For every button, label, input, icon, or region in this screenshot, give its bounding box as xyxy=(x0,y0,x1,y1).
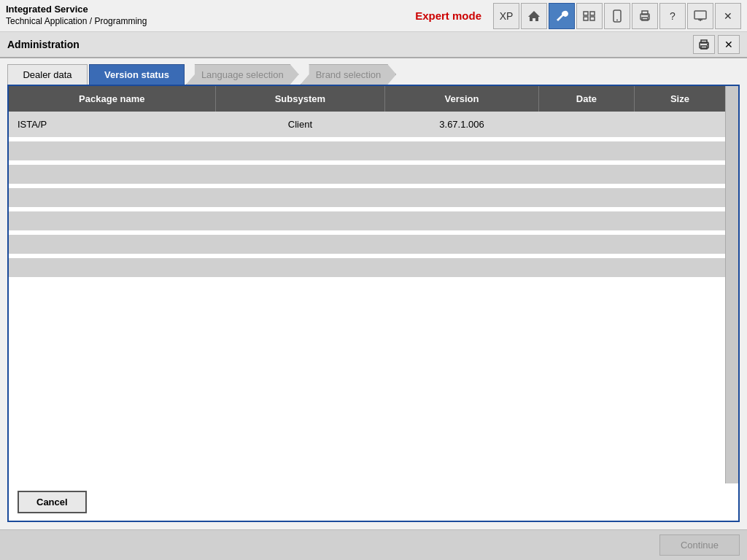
toolbar-btn-help[interactable]: ? xyxy=(659,3,686,29)
cell-size-5 xyxy=(634,233,725,256)
cell-subsystem-4 xyxy=(215,209,385,233)
col-date: Date xyxy=(538,86,634,112)
cell-subsystem-5 xyxy=(215,233,385,256)
table-row xyxy=(9,256,725,279)
col-package-name: Package name xyxy=(9,86,215,112)
cell-size-6 xyxy=(634,256,725,279)
cell-subsystem-3 xyxy=(215,186,385,209)
cell-date-2 xyxy=(538,163,634,186)
table-row xyxy=(9,163,725,186)
cell-package-name-2 xyxy=(9,163,215,186)
cell-size-1 xyxy=(634,139,725,163)
admin-print-btn[interactable] xyxy=(693,35,715,54)
col-version: Version xyxy=(385,86,539,112)
expert-mode-label: Expert mode xyxy=(415,9,481,22)
cell-date-1 xyxy=(538,139,634,163)
app-title-line2: Technical Application / Programming xyxy=(6,16,415,28)
cell-date-3 xyxy=(538,186,634,209)
svg-rect-11 xyxy=(694,11,706,19)
toolbar-btn-close[interactable]: ✕ xyxy=(715,3,741,29)
table-row: ISTA/P Client 3.67.1.006 xyxy=(9,112,725,139)
continue-button[interactable]: Continue xyxy=(659,534,740,556)
col-size: Size xyxy=(634,86,725,112)
tab-version-status[interactable]: Version status xyxy=(89,64,185,85)
table-row xyxy=(9,233,725,256)
svg-rect-8 xyxy=(642,11,648,15)
cell-package-name-0: ISTA/P xyxy=(9,112,215,139)
tabs: Dealer data Version status Language sele… xyxy=(0,58,747,85)
admin-label: Administration xyxy=(7,39,80,50)
cancel-button[interactable]: Cancel xyxy=(18,491,87,513)
version-table: Package name Subsystem Version Date Size… xyxy=(9,86,725,281)
toolbar: XP ? ✕ xyxy=(493,3,741,29)
title-text: Integrated Service Technical Application… xyxy=(6,4,415,27)
toolbar-btn-grid[interactable] xyxy=(576,3,603,29)
svg-rect-1 xyxy=(584,12,588,15)
cell-version-1 xyxy=(385,139,539,163)
svg-rect-15 xyxy=(701,40,707,43)
svg-rect-9 xyxy=(642,18,648,20)
cell-subsystem-2 xyxy=(215,163,385,186)
title-bar: Integrated Service Technical Application… xyxy=(0,0,747,32)
table-row xyxy=(9,186,725,209)
cell-package-name-6 xyxy=(9,256,215,279)
app-title-line1: Integrated Service xyxy=(6,4,415,16)
svg-point-10 xyxy=(648,15,649,17)
col-subsystem: Subsystem xyxy=(215,86,385,112)
cell-version-4 xyxy=(385,209,539,233)
cell-date-4 xyxy=(538,209,634,233)
button-bar: Cancel xyxy=(9,483,738,521)
cell-package-name-5 xyxy=(9,233,215,256)
svg-marker-0 xyxy=(528,11,540,21)
table-scroll[interactable]: Package name Subsystem Version Date Size… xyxy=(9,86,725,483)
toolbar-btn-xp[interactable]: XP xyxy=(493,3,519,29)
toolbar-btn-phone[interactable] xyxy=(604,3,630,29)
cell-size-3 xyxy=(634,186,725,209)
toolbar-btn-home[interactable] xyxy=(521,3,547,29)
cell-version-0: 3.67.1.006 xyxy=(385,112,539,139)
admin-actions: ✕ xyxy=(693,35,740,54)
cell-subsystem-0: Client xyxy=(215,112,385,139)
bottom-bar: Continue xyxy=(0,529,747,560)
cell-version-2 xyxy=(385,163,539,186)
tab-brand-selection[interactable]: Brand selection xyxy=(301,64,397,85)
cell-date-0 xyxy=(538,112,634,139)
admin-bar: Administration ✕ xyxy=(0,32,747,58)
svg-rect-3 xyxy=(584,17,588,20)
cell-size-2 xyxy=(634,163,725,186)
cell-package-name-1 xyxy=(9,139,215,163)
tab-language-selection[interactable]: Language selection xyxy=(186,64,299,85)
table-wrapper: Package name Subsystem Version Date Size… xyxy=(9,86,738,483)
cell-size-0 xyxy=(634,112,725,139)
cell-date-5 xyxy=(538,233,634,256)
svg-rect-2 xyxy=(590,12,595,15)
tab-dealer-data[interactable]: Dealer data xyxy=(7,64,88,85)
cell-package-name-3 xyxy=(9,186,215,209)
toolbar-btn-monitor[interactable] xyxy=(687,3,713,29)
table-row xyxy=(9,209,725,233)
scrollbar[interactable] xyxy=(725,86,738,483)
content-panel: Package name Subsystem Version Date Size… xyxy=(7,85,740,522)
svg-rect-16 xyxy=(701,46,707,49)
svg-rect-4 xyxy=(590,17,595,20)
toolbar-btn-wrench[interactable] xyxy=(549,3,575,29)
cell-subsystem-1 xyxy=(215,139,385,163)
cell-size-4 xyxy=(634,209,725,233)
svg-point-17 xyxy=(707,44,708,45)
cell-version-3 xyxy=(385,186,539,209)
cell-date-6 xyxy=(538,256,634,279)
table-row xyxy=(9,139,725,163)
cell-subsystem-6 xyxy=(215,256,385,279)
main-content: Dealer data Version status Language sele… xyxy=(0,58,747,560)
cell-version-6 xyxy=(385,256,539,279)
svg-point-6 xyxy=(616,19,618,20)
cell-package-name-4 xyxy=(9,209,215,233)
admin-close-btn[interactable]: ✕ xyxy=(718,35,740,54)
toolbar-btn-print[interactable] xyxy=(632,3,658,29)
cell-version-5 xyxy=(385,233,539,256)
